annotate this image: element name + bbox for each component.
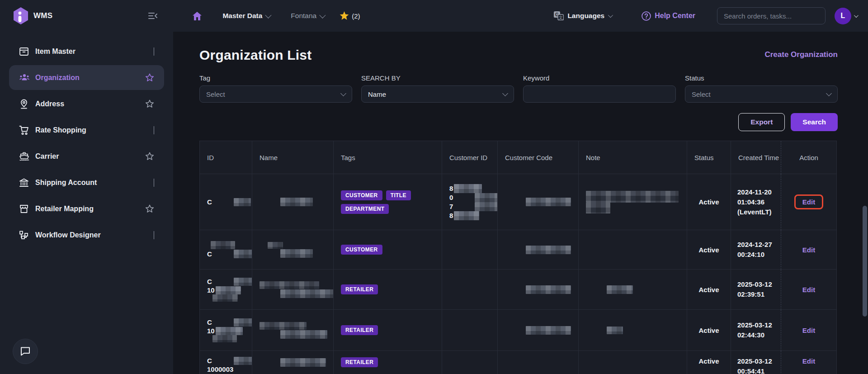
table-row-1-tags: CUSTOMER TITLE DEPARTMENT	[334, 174, 442, 230]
table-row-2-id: C	[200, 230, 252, 270]
help-center-label: Help Center	[655, 12, 695, 20]
table-row-1-note	[579, 174, 687, 230]
redacted-text	[280, 249, 313, 258]
table-row-4-customer-code	[498, 310, 579, 351]
redacted-text	[586, 191, 679, 203]
sidebar-item-label: Carrier	[35, 152, 145, 161]
sidebar-item-address[interactable]: Address	[9, 91, 164, 116]
sidebar-item-label: Workflow Designer	[35, 231, 154, 239]
app-logo[interactable]: WMS	[13, 7, 52, 25]
sidebar-item-item-master[interactable]: Item Master	[9, 39, 164, 64]
sidebar-item-workflow-designer[interactable]: Workflow Designer	[9, 223, 164, 247]
question-circle-icon	[642, 11, 651, 21]
sidebar-item-shipping-account[interactable]: Shipping Account	[9, 170, 164, 195]
star-icon[interactable]	[145, 73, 154, 82]
column-header-status: Status	[687, 141, 731, 174]
highlight-box: Edit	[794, 194, 823, 209]
keyword-label: Keyword	[523, 74, 676, 82]
global-search-input[interactable]	[717, 7, 826, 24]
star-icon[interactable]	[145, 204, 154, 213]
table-row-5-tags: RETAILER	[334, 351, 442, 374]
column-header-created-time: Created Time	[731, 141, 781, 174]
redacted-text	[212, 335, 237, 342]
edit-link[interactable]: Edit	[802, 327, 815, 334]
tag-select[interactable]: Select	[199, 85, 352, 103]
redacted-text	[607, 285, 633, 294]
edit-link[interactable]: Edit	[802, 357, 815, 365]
status-select[interactable]: Select	[685, 85, 838, 103]
wms-hexagon-logo-icon	[13, 7, 29, 25]
nav-warehouse-select[interactable]: Fontana	[291, 12, 324, 20]
top-bar-right: G 文 Languages Help Center L	[554, 7, 868, 24]
redacted-text	[280, 289, 334, 298]
column-header-id: ID	[200, 141, 252, 174]
nav-warehouse-label: Fontana	[291, 12, 316, 20]
sidebar-item-rate-shopping[interactable]: Rate Shopping	[9, 118, 164, 142]
table-row-5-name	[252, 351, 334, 374]
table-row-4-customer-id	[442, 310, 498, 351]
sidebar-item-organization[interactable]: Organization	[9, 65, 164, 90]
edit-link[interactable]: Edit	[802, 198, 815, 206]
table-row-5-status: Active	[687, 351, 731, 374]
star-icon[interactable]	[145, 152, 154, 161]
edit-link[interactable]: Edit	[802, 246, 815, 254]
chevron-down-icon	[154, 47, 154, 56]
filter-keyword: Keyword	[523, 74, 676, 103]
table-row-2-customer-id	[442, 230, 498, 270]
search-by-select-value: Name	[368, 90, 503, 98]
table-row-3-name	[252, 270, 334, 310]
vertical-scrollbar[interactable]	[863, 206, 867, 317]
nav-master-data-label: Master Data	[222, 12, 262, 20]
favorites-indicator[interactable]: (2)	[340, 11, 360, 20]
redacted-text	[475, 193, 498, 202]
tag-chip: RETAILER	[341, 284, 378, 294]
redacted-text	[607, 327, 623, 334]
tag-chip: CUSTOMER	[341, 245, 382, 255]
sidebar-item-label: Shipping Account	[35, 179, 154, 187]
languages-menu[interactable]: G 文 Languages	[554, 11, 612, 20]
star-filled-icon	[340, 11, 349, 20]
sidebar-item-retailer-mapping[interactable]: Retailer Mapping	[9, 196, 164, 221]
nav-master-data[interactable]: Master Data	[222, 12, 270, 20]
tag-chip: RETAILER	[341, 357, 378, 367]
filter-status: Status Select	[685, 74, 838, 103]
tag-chip: RETAILER	[341, 325, 378, 335]
tag-chip: TITLE	[386, 190, 411, 200]
table-row-3-tags: RETAILER	[334, 270, 442, 310]
redacted-text	[234, 198, 251, 206]
export-button[interactable]: Export	[738, 113, 785, 131]
page-title: Organization List	[199, 47, 311, 63]
home-icon[interactable]	[193, 12, 202, 20]
table-row-2-note	[579, 230, 687, 270]
edit-link[interactable]: Edit	[802, 286, 815, 294]
sidebar-collapse-icon[interactable]	[148, 12, 157, 19]
search-by-select[interactable]: Name	[361, 85, 514, 103]
sidebar-item-label: Address	[35, 100, 145, 108]
table-row-3-status: Active	[687, 270, 731, 310]
sidebar: Item Master Organization	[0, 32, 173, 374]
chat-widget-button[interactable]	[13, 339, 38, 364]
status-select-value: Select	[692, 90, 827, 98]
redacted-text	[454, 211, 479, 220]
table-row-1-status: Active	[687, 174, 731, 230]
redacted-text	[259, 322, 307, 330]
languages-label: Languages	[567, 12, 604, 20]
keyword-input[interactable]	[523, 85, 676, 103]
workflow-sitemap-icon	[19, 230, 29, 240]
help-center-link[interactable]: Help Center	[642, 11, 695, 21]
chevron-down-icon	[154, 231, 154, 239]
user-menu[interactable]: L	[835, 8, 857, 24]
table-row-3-customer-code	[498, 270, 579, 310]
sidebar-item-label: Item Master	[35, 47, 154, 56]
table-row-5-action: Edit	[781, 351, 836, 374]
tag-select-value: Select	[206, 90, 341, 98]
create-organization-button[interactable]: Create Organization	[764, 50, 838, 59]
redacted-text	[586, 203, 610, 213]
redacted-text	[280, 330, 327, 339]
table-row-5-id: C 1000003	[200, 351, 252, 374]
table-row-4-note	[579, 310, 687, 351]
search-button[interactable]: Search	[791, 113, 838, 131]
tag-label: Tag	[199, 74, 352, 82]
star-icon[interactable]	[145, 99, 154, 108]
sidebar-item-carrier[interactable]: Carrier	[9, 144, 164, 169]
